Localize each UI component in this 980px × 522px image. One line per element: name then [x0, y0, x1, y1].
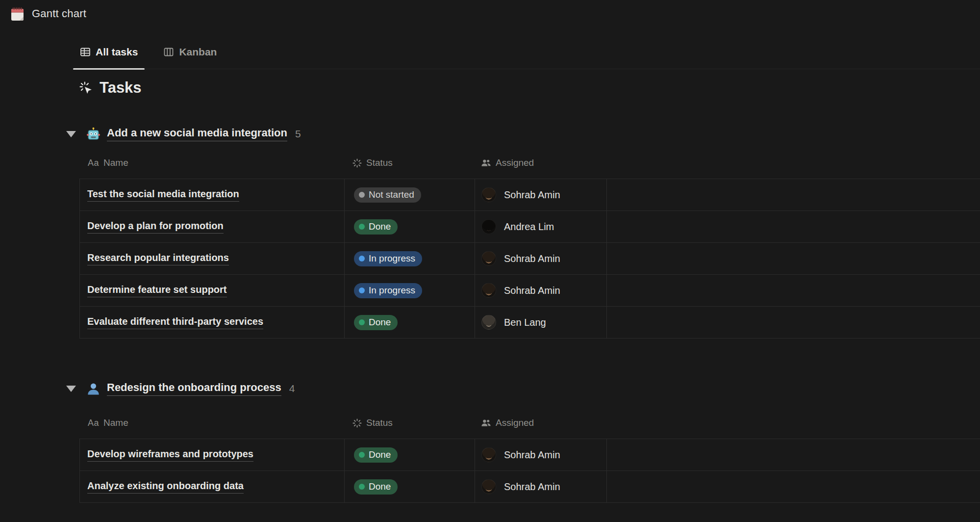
assignee-name: Sohrab Amin: [504, 481, 560, 493]
window-title: Gantt chart: [32, 7, 86, 20]
group-header: Add a new social media integration 5: [63, 124, 980, 144]
people-property-icon: [481, 418, 491, 428]
avatar: [481, 447, 496, 462]
column-header-assigned[interactable]: Assigned: [475, 407, 606, 439]
toggle-triangle-icon[interactable]: [63, 380, 79, 397]
row-spacer: [607, 439, 980, 470]
group-title-link[interactable]: Redesign the onboarding process: [107, 381, 281, 396]
status-badge[interactable]: Done: [354, 219, 398, 235]
table-row[interactable]: Develop a plan for promotion Done Andrea…: [79, 211, 980, 243]
task-title-link[interactable]: Determine feature set support: [87, 284, 227, 297]
column-label: Name: [103, 157, 128, 168]
table-row[interactable]: Determine feature set support In progres…: [79, 275, 980, 307]
column-label: Assigned: [496, 157, 534, 168]
group-count: 4: [289, 383, 295, 394]
avatar: [481, 251, 496, 266]
group-header: Redesign the onboarding process 4: [63, 379, 980, 398]
status-dot-icon: [359, 287, 365, 293]
assignee-name: Sohrab Amin: [504, 189, 560, 201]
column-label: Name: [103, 418, 128, 428]
row-spacer: [607, 211, 980, 242]
status-dot-icon: [359, 319, 365, 325]
table-row[interactable]: Develop wireframes and prototypes Done S…: [79, 439, 980, 471]
status-dot-icon: [359, 224, 365, 230]
assignee-name: Sohrab Amin: [504, 253, 560, 264]
table-header-row: Aa Name Status Assigned: [79, 407, 980, 439]
column-header-status[interactable]: Status: [344, 407, 475, 439]
assignee-name: Sohrab Amin: [504, 449, 560, 461]
person-blue-icon: [86, 382, 101, 396]
row-spacer: [607, 275, 980, 306]
status-badge[interactable]: Done: [354, 479, 398, 495]
table-icon: [80, 47, 91, 57]
column-header-assigned[interactable]: Assigned: [475, 147, 606, 179]
robot-icon: [86, 127, 101, 141]
board-icon: [163, 47, 174, 57]
column-header-spacer: [606, 407, 980, 439]
avatar: [481, 219, 496, 234]
view-tab-bar: All tasks Kanban: [80, 46, 980, 69]
table-header-row: Aa Name Status Assigned: [79, 147, 980, 179]
avatar: [481, 479, 496, 494]
row-spacer: [607, 243, 980, 274]
text-property-icon: Aa: [88, 158, 99, 168]
avatar: [481, 187, 496, 202]
window-titlebar: Gantt chart: [0, 0, 980, 24]
row-spacer: [607, 179, 980, 210]
column-header-spacer: [606, 147, 980, 179]
status-property-icon: [352, 418, 362, 428]
table-row[interactable]: Evaluate different third-party services …: [79, 307, 980, 339]
status-dot-icon: [359, 484, 365, 490]
assignee-name: Sohrab Amin: [504, 285, 560, 296]
row-spacer: [607, 307, 980, 338]
status-badge[interactable]: In progress: [354, 251, 422, 266]
click-icon: [79, 81, 93, 95]
task-title-link[interactable]: Develop a plan for promotion: [87, 220, 224, 234]
group-count: 5: [295, 128, 301, 140]
row-spacer: [607, 471, 980, 502]
task-title-link[interactable]: Test the social media integration: [87, 188, 239, 202]
task-title-link[interactable]: Develop wireframes and prototypes: [87, 448, 253, 462]
status-badge[interactable]: Not started: [354, 187, 421, 203]
column-label: Assigned: [496, 418, 534, 428]
table-row[interactable]: Research popular integrations In progres…: [79, 243, 980, 275]
table-row[interactable]: Analyze existing onboarding data Done So…: [79, 471, 980, 503]
notepad-icon: [10, 6, 25, 22]
tab-label: All tasks: [96, 46, 138, 58]
task-title-link[interactable]: Evaluate different third-party services: [87, 316, 263, 329]
task-title-link[interactable]: Research popular integrations: [87, 252, 229, 265]
page-heading: Tasks: [79, 77, 980, 99]
assignee-name: Ben Lang: [504, 317, 546, 328]
status-badge[interactable]: Done: [354, 447, 398, 463]
status-dot-icon: [359, 452, 365, 458]
task-table: Aa Name Status Assigned: [79, 147, 980, 339]
column-header-name[interactable]: Aa Name: [79, 407, 344, 439]
avatar: [481, 315, 496, 330]
status-badge[interactable]: In progress: [354, 283, 422, 298]
assignee-name: Andrea Lim: [504, 221, 554, 233]
column-header-name[interactable]: Aa Name: [79, 147, 344, 179]
status-dot-icon: [359, 192, 365, 198]
tab-all-tasks[interactable]: All tasks: [80, 46, 138, 69]
tab-kanban[interactable]: Kanban: [163, 46, 217, 69]
table-row[interactable]: Test the social media integration Not st…: [79, 179, 980, 211]
group-title-link[interactable]: Add a new social media integration: [107, 127, 287, 141]
avatar: [481, 283, 496, 298]
column-label: Status: [366, 157, 393, 168]
text-property-icon: Aa: [88, 418, 99, 428]
task-title-link[interactable]: Analyze existing onboarding data: [87, 480, 244, 494]
people-property-icon: [481, 158, 491, 168]
status-badge[interactable]: Done: [354, 315, 398, 330]
column-label: Status: [366, 418, 393, 428]
status-dot-icon: [359, 256, 365, 261]
page-title: Tasks: [100, 77, 142, 99]
task-table: Aa Name Status Assigned: [79, 407, 980, 503]
column-header-status[interactable]: Status: [344, 147, 475, 179]
tab-label: Kanban: [179, 46, 217, 58]
status-property-icon: [352, 158, 362, 168]
toggle-triangle-icon[interactable]: [63, 126, 79, 142]
